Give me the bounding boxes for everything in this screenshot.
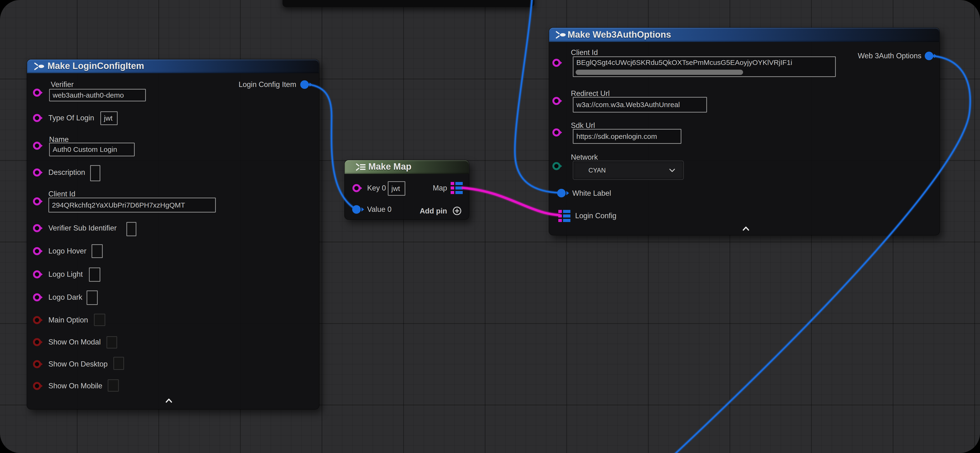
pin-main-option[interactable]	[33, 316, 41, 324]
pin-sdk-url[interactable]	[552, 128, 560, 136]
pin-show-on-desktop[interactable]	[33, 360, 41, 368]
show-on-desktop-checkbox[interactable]	[113, 357, 124, 370]
pin-label-description: Description	[48, 168, 85, 177]
pin-verifier-sub-identifier[interactable]	[33, 224, 41, 232]
type-of-login-textbox[interactable]: jwt	[100, 111, 118, 125]
pin-label-logo-light: Logo Light	[48, 269, 83, 279]
pin-label-show-on-desktop: Show On Desktop	[48, 360, 108, 369]
node-make-map[interactable]: Make Map Key 0 jwt Map Value 0 Add pin	[344, 160, 469, 220]
show-on-modal-checkbox[interactable]	[107, 336, 117, 348]
node-title: Make Web3AuthOptions	[568, 30, 671, 40]
pin-client-id[interactable]	[552, 59, 560, 67]
pin-label-client-id: Client Id	[571, 48, 598, 57]
pin-label-map: Map	[433, 184, 447, 193]
pin-name[interactable]	[33, 142, 41, 150]
pin-label-web3auth-options: Web 3Auth Options	[858, 51, 921, 61]
pin-label-client-id: Client Id	[48, 189, 75, 199]
key-0-textbox[interactable]: jwt	[388, 181, 405, 196]
pin-logo-dark[interactable]	[33, 293, 41, 301]
pin-label-logo-hover: Logo Hover	[48, 246, 86, 256]
node-header[interactable]: Make LoginConfigItem	[27, 59, 319, 73]
pin-logo-hover[interactable]	[33, 247, 41, 255]
name-textbox[interactable]: Auth0 Custom Login	[49, 143, 135, 156]
pin-login-config[interactable]	[558, 210, 570, 222]
node-make-loginconfigitem[interactable]: Make LoginConfigItem Verifier web3auth-a…	[27, 59, 319, 409]
pin-label-logo-dark: Logo Dark	[48, 293, 82, 302]
pin-web3auth-options-output[interactable]	[925, 52, 933, 60]
pin-label-verifier: Verifier	[51, 80, 73, 89]
blueprint-editor-screenshot: { "colors": { "wire_blue": "#1a6dde", "w…	[0, 0, 980, 453]
chevron-down-icon	[669, 168, 675, 172]
pin-label-key-0: Key 0	[367, 184, 386, 193]
collapse-chevron-icon[interactable]	[165, 398, 172, 404]
description-textbox[interactable]	[90, 165, 100, 181]
wire-map-to-login-config[interactable]	[463, 188, 559, 215]
add-pin-label[interactable]: Add pin	[420, 206, 447, 216]
pin-label-login-config-item: Login Config Item	[239, 80, 296, 89]
pin-show-on-modal[interactable]	[33, 338, 41, 346]
node-header[interactable]: Make Map	[345, 160, 469, 174]
pin-verifier[interactable]	[33, 89, 41, 97]
pin-label-white-label: White Label	[572, 188, 611, 198]
make-struct-icon	[555, 31, 566, 40]
logo-light-textbox[interactable]	[89, 268, 100, 282]
pin-label-verifier-sub-identifier: Verifier Sub Identifier	[48, 223, 117, 233]
pin-login-config-item-output[interactable]	[300, 80, 309, 89]
client-id-scrollbar[interactable]	[576, 70, 743, 75]
node-title: Make LoginConfigItem	[48, 61, 144, 71]
pin-client-id[interactable]	[33, 197, 41, 206]
pin-value-0[interactable]	[352, 205, 361, 214]
pin-white-label[interactable]	[557, 189, 566, 197]
node-title: Make Map	[368, 162, 412, 172]
pin-label-show-on-mobile: Show On Mobile	[48, 381, 102, 391]
pin-description[interactable]	[33, 168, 41, 176]
pin-key-0[interactable]	[352, 184, 361, 192]
offscreen-node-bottom[interactable]	[283, 0, 535, 7]
pin-map-output[interactable]	[451, 182, 463, 194]
verifier-textbox[interactable]: web3auth-auth0-demo	[49, 89, 146, 101]
pin-show-on-mobile[interactable]	[33, 382, 41, 390]
pin-logo-light[interactable]	[33, 270, 41, 279]
sdk-url-textbox[interactable]: https://sdk.openlogin.com	[573, 129, 681, 144]
node-make-web3authoptions[interactable]: Make Web3AuthOptions Client Id BEglQSgt4…	[549, 27, 940, 235]
add-pin-icon[interactable]	[452, 206, 462, 217]
pin-label-value-0: Value 0	[367, 205, 391, 214]
logo-hover-textbox[interactable]	[92, 244, 103, 258]
pin-redirect-url[interactable]	[552, 97, 560, 105]
pin-label-type-of-login: Type Of Login	[48, 113, 94, 123]
pin-label-main-option: Main Option	[48, 315, 88, 325]
show-on-mobile-checkbox[interactable]	[108, 379, 119, 392]
node-header[interactable]: Make Web3AuthOptions	[549, 28, 939, 42]
make-map-icon	[356, 163, 366, 172]
collapse-chevron-icon[interactable]	[742, 226, 749, 232]
pin-label-show-on-modal: Show On Modal	[48, 337, 101, 347]
graph-canvas[interactable]: Make LoginConfigItem Verifier web3auth-a…	[0, 0, 980, 453]
pin-type-of-login[interactable]	[33, 114, 41, 122]
verifier-sub-textbox[interactable]	[126, 222, 136, 236]
pin-network[interactable]	[552, 162, 560, 170]
pin-label-login-config: Login Config	[575, 211, 616, 220]
client-id-textbox[interactable]: 294QRkchfq2YaXUbPri7D6PH7xzHgQMT	[48, 198, 216, 212]
network-dropdown[interactable]: CYAN	[573, 161, 684, 180]
network-dropdown-value: CYAN	[589, 166, 606, 174]
main-option-checkbox[interactable]	[94, 314, 105, 326]
redirect-url-textbox[interactable]: w3a://com.w3a.Web3AuthUnreal	[573, 97, 707, 112]
logo-dark-textbox[interactable]	[87, 290, 98, 305]
make-struct-icon	[34, 62, 45, 71]
